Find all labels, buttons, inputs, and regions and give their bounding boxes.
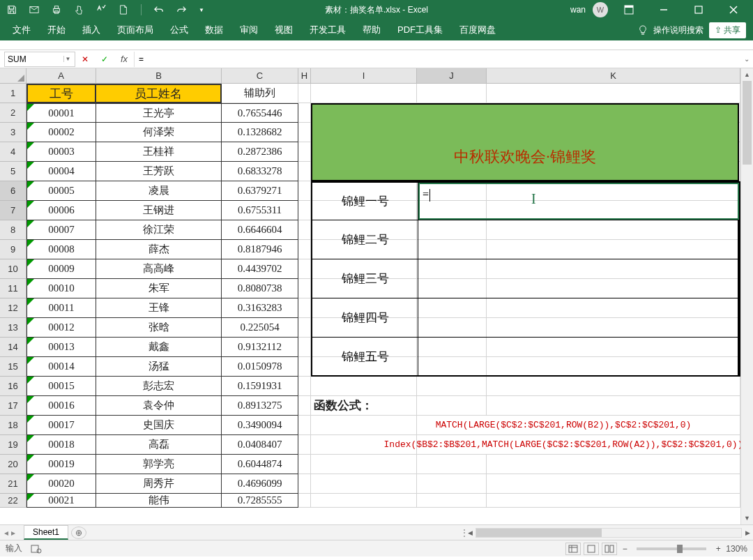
banner-merged-cell[interactable]: 中秋联欢晚会·锦鲤奖 — [311, 103, 739, 181]
cell[interactable]: 0.9132112 — [222, 338, 298, 357]
col-header-K[interactable]: K — [487, 68, 740, 84]
cell[interactable] — [298, 494, 311, 508]
save-icon[interactable] — [7, 5, 17, 15]
cell[interactable]: 王芳跃 — [96, 162, 222, 181]
spellcheck-icon[interactable] — [96, 5, 106, 15]
page-layout-view-button[interactable] — [584, 543, 599, 555]
tab-view[interactable]: 视图 — [266, 20, 301, 40]
formula-cancel-button[interactable]: ✕ — [75, 52, 95, 67]
cell[interactable]: 00003 — [26, 142, 96, 162]
scroll-thumb[interactable] — [743, 81, 752, 165]
tab-page-layout[interactable]: 页面布局 — [109, 20, 162, 40]
cell[interactable]: 00007 — [26, 220, 96, 240]
prize-value-cell[interactable] — [418, 220, 739, 259]
cell[interactable]: 0.0408407 — [222, 435, 298, 455]
cell[interactable]: 高磊 — [96, 435, 222, 455]
cell[interactable]: 00006 — [26, 201, 96, 220]
cell[interactable]: 王锋 — [96, 298, 222, 318]
formula-bar-expand[interactable]: ⌄ — [740, 55, 753, 63]
cell[interactable] — [417, 396, 487, 416]
prize-value-cell[interactable]: =I — [418, 183, 739, 220]
cell[interactable] — [417, 455, 487, 474]
cell[interactable] — [417, 494, 487, 508]
hscroll-thumb[interactable] — [476, 529, 602, 537]
new-sheet-button[interactable]: ⊕ — [71, 527, 86, 539]
row-header-18[interactable]: 18 — [0, 416, 26, 435]
row-header-12[interactable]: 12 — [0, 298, 26, 318]
sheet-tab[interactable]: Sheet1 — [24, 525, 68, 540]
cell[interactable] — [298, 377, 311, 396]
cell[interactable]: 00012 — [26, 318, 96, 338]
select-all-corner[interactable] — [0, 68, 26, 84]
cell[interactable]: 00020 — [26, 474, 96, 494]
cell[interactable]: 薛杰 — [96, 240, 222, 259]
insert-function-button[interactable]: fx — [114, 52, 134, 67]
cell[interactable]: 张晗 — [96, 318, 222, 338]
cell[interactable] — [417, 474, 487, 494]
cell[interactable] — [298, 84, 311, 103]
cell[interactable]: 王光亭 — [96, 103, 222, 123]
maximize-button[interactable] — [685, 0, 713, 20]
cell[interactable]: 0.225054 — [222, 318, 298, 338]
row-header-6[interactable]: 6 — [0, 181, 26, 201]
cell[interactable]: 郭学亮 — [96, 455, 222, 474]
row-header-19[interactable]: 19 — [0, 435, 26, 455]
cell[interactable] — [311, 455, 417, 474]
cell[interactable]: 00021 — [26, 494, 96, 508]
cell[interactable]: 0.4696099 — [222, 474, 298, 494]
prize-value-cell[interactable] — [418, 298, 739, 337]
row-header-2[interactable]: 2 — [0, 103, 26, 123]
cell[interactable]: 00010 — [26, 279, 96, 298]
cell[interactable] — [417, 377, 487, 396]
cell[interactable]: 员工姓名 — [96, 84, 222, 103]
cell[interactable]: 0.7285555 — [222, 494, 298, 508]
cell[interactable] — [417, 84, 487, 103]
row-header-10[interactable]: 10 — [0, 259, 26, 279]
cell[interactable]: 0.6833278 — [222, 162, 298, 181]
cell[interactable]: 0.1328682 — [222, 123, 298, 142]
tab-pdf-tools[interactable]: PDF工具集 — [389, 20, 451, 40]
macro-recorder-icon[interactable] — [31, 544, 42, 554]
row-header-14[interactable]: 14 — [0, 338, 26, 357]
cell[interactable]: 00004 — [26, 162, 96, 181]
prize-label[interactable]: 锦鲤四号 — [312, 298, 418, 337]
cell[interactable]: 汤猛 — [96, 357, 222, 377]
tab-formulas[interactable]: 公式 — [162, 20, 197, 40]
row-header-16[interactable]: 16 — [0, 377, 26, 396]
name-box[interactable]: SUM ▼ — [4, 52, 75, 67]
normal-view-button[interactable] — [565, 543, 581, 555]
row-header-1[interactable]: 1 — [0, 84, 26, 103]
row-header-4[interactable]: 4 — [0, 142, 26, 162]
col-header-J[interactable]: J — [417, 68, 487, 84]
cell[interactable]: 00018 — [26, 435, 96, 455]
prize-label[interactable]: 锦鲤三号 — [312, 259, 418, 298]
formula-input[interactable]: = — [134, 52, 740, 67]
cell[interactable]: 0.6379271 — [222, 181, 298, 201]
cell[interactable] — [298, 455, 311, 474]
zoom-level[interactable]: 130% — [726, 544, 747, 554]
row-header-7[interactable]: 7 — [0, 201, 26, 220]
row-header-3[interactable]: 3 — [0, 123, 26, 142]
touch-mode-icon[interactable] — [74, 5, 84, 15]
cell[interactable] — [487, 396, 740, 416]
row-header-17[interactable]: 17 — [0, 396, 26, 416]
cell[interactable]: 何泽荣 — [96, 123, 222, 142]
tell-me-label[interactable]: 操作说明搜索 — [653, 24, 703, 36]
cell[interactable]: 彭志宏 — [96, 377, 222, 396]
col-header-C[interactable]: C — [222, 68, 298, 84]
cell[interactable] — [487, 494, 740, 508]
tab-help[interactable]: 帮助 — [354, 20, 389, 40]
cell[interactable]: 函数公式： — [311, 396, 417, 416]
cell[interactable] — [298, 474, 311, 494]
tab-data[interactable]: 数据 — [197, 20, 231, 40]
prize-label[interactable]: 锦鲤二号 — [312, 220, 418, 259]
cell[interactable]: 工号 — [26, 84, 96, 103]
cell[interactable]: 0.8080738 — [222, 279, 298, 298]
cell[interactable] — [298, 123, 311, 142]
cell[interactable]: 0.4439702 — [222, 259, 298, 279]
cell[interactable] — [311, 474, 417, 494]
cell[interactable]: 00019 — [26, 455, 96, 474]
cell[interactable]: 凌晨 — [96, 181, 222, 201]
cell[interactable]: 00002 — [26, 123, 96, 142]
cell[interactable]: 高高峰 — [96, 259, 222, 279]
